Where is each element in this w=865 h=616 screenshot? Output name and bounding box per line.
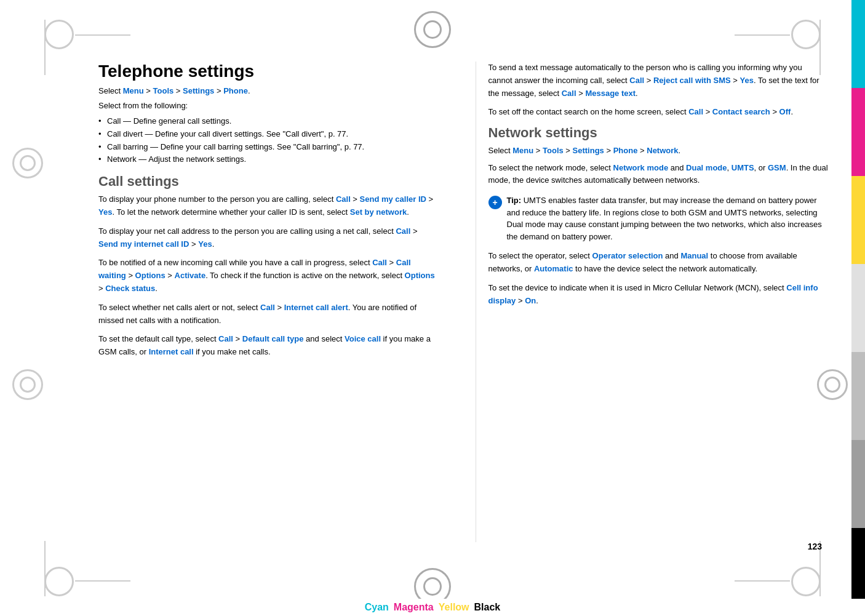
on-link[interactable]: On bbox=[525, 296, 536, 305]
yes-link-2[interactable]: Yes bbox=[198, 239, 212, 249]
tip-box: + Tip: UMTS enables faster data transfer… bbox=[488, 194, 829, 242]
reject-call-with-sms-link[interactable]: Reject call with SMS bbox=[653, 76, 731, 85]
page-title: Telephone settings bbox=[98, 62, 439, 81]
operator-selection-link[interactable]: Operator selection bbox=[592, 251, 663, 260]
settings-link-n[interactable]: Settings bbox=[573, 146, 604, 155]
list-item-call: Call — Define general call settings. bbox=[98, 115, 439, 128]
call-link-4[interactable]: Call bbox=[372, 258, 387, 267]
cyan-label: Cyan bbox=[362, 602, 391, 613]
call-settings-p5: To set the default call type, select Cal… bbox=[98, 333, 439, 359]
dual-mode-link-1[interactable]: Dual mode bbox=[686, 163, 727, 172]
bottom-left-line-v bbox=[44, 541, 46, 596]
list-item-call-divert: Call divert — Define your call divert se… bbox=[98, 128, 439, 141]
right-p2: To set off the contact search on the hom… bbox=[488, 106, 829, 119]
call-settings-p2: To display your net call address to the … bbox=[98, 225, 439, 251]
manual-link[interactable]: Manual bbox=[680, 251, 708, 260]
dual-mode-link-2[interactable]: Dual mode bbox=[507, 220, 546, 229]
black-label: Black bbox=[472, 602, 503, 613]
call-settings-p3: To be notified of a new incoming call wh… bbox=[98, 257, 439, 295]
send-internet-call-id-link[interactable]: Send my internet call ID bbox=[98, 239, 189, 249]
call-link-r2[interactable]: Call bbox=[562, 89, 576, 98]
call-link-2[interactable]: Call bbox=[336, 194, 351, 204]
umts-link-1[interactable]: UMTS bbox=[731, 163, 754, 172]
lgray-tab bbox=[851, 264, 865, 352]
right-color-tabs bbox=[851, 0, 865, 616]
yes-link-r1[interactable]: Yes bbox=[740, 76, 754, 85]
list-item-network: Network — Adjust the network settings. bbox=[98, 153, 439, 166]
internet-call-link[interactable]: Internet call bbox=[149, 347, 194, 356]
tip-icon: + bbox=[488, 196, 502, 209]
automatic-link[interactable]: Automatic bbox=[534, 264, 573, 273]
right-column: To send a text message automatically to … bbox=[476, 62, 829, 542]
network-link-n[interactable]: Network bbox=[647, 146, 678, 155]
page-number: 123 bbox=[808, 542, 822, 551]
call-link-r1[interactable]: Call bbox=[629, 76, 644, 85]
settings-link[interactable]: Settings bbox=[183, 86, 214, 95]
bottom-right-line-h bbox=[735, 580, 790, 582]
menu-link[interactable]: Menu bbox=[123, 86, 144, 95]
options-link-1[interactable]: Options bbox=[135, 271, 165, 280]
message-text-link[interactable]: Message text bbox=[585, 89, 636, 98]
internet-call-alert-link[interactable]: Internet call alert bbox=[284, 303, 348, 312]
network-p1: To select the network mode, select Netwo… bbox=[488, 162, 829, 188]
top-left-corner-circle bbox=[44, 20, 74, 49]
left-column: Telephone settings Select Menu > Tools >… bbox=[98, 62, 451, 542]
main-content: Telephone settings Select Menu > Tools >… bbox=[98, 62, 828, 542]
top-left-line-h bbox=[75, 34, 130, 36]
intro-line2: Select from the following: bbox=[98, 100, 439, 112]
left-circle-top bbox=[12, 148, 43, 178]
phone-link-n[interactable]: Phone bbox=[613, 146, 638, 155]
set-by-network-link[interactable]: Set by network bbox=[350, 207, 407, 217]
call-link-r3[interactable]: Call bbox=[688, 107, 703, 116]
umts-link-2[interactable]: UMTS bbox=[524, 196, 546, 205]
bottom-right-corner-circle bbox=[791, 567, 821, 596]
off-link[interactable]: Off bbox=[779, 107, 791, 116]
top-left-line-v bbox=[44, 20, 46, 75]
yellow-label: Yellow bbox=[436, 602, 472, 613]
dgray-tab bbox=[851, 440, 865, 528]
voice-call-link[interactable]: Voice call bbox=[345, 334, 381, 343]
network-link[interactable]: Network bbox=[107, 154, 137, 164]
activate-link[interactable]: Activate bbox=[175, 271, 206, 280]
call-divert-link[interactable]: Call divert bbox=[107, 129, 143, 138]
yes-link-1[interactable]: Yes bbox=[98, 207, 112, 217]
bottom-left-line-h bbox=[75, 580, 130, 582]
gsm-link-1[interactable]: GSM bbox=[768, 163, 786, 172]
call-settings-title: Call settings bbox=[98, 174, 439, 190]
intro-line1: Select Menu > Tools > Settings > Phone. bbox=[98, 85, 439, 97]
tools-link-n[interactable]: Tools bbox=[543, 146, 564, 155]
menu-link-n[interactable]: Menu bbox=[512, 146, 533, 155]
network-p3: To set the device to indicate when it is… bbox=[488, 282, 829, 308]
call-barring-link[interactable]: Call barring bbox=[107, 142, 148, 151]
top-right-line-h bbox=[735, 34, 790, 36]
phone-link[interactable]: Phone bbox=[223, 86, 248, 95]
top-center-decoration bbox=[414, 11, 451, 48]
bottom-color-bar: Cyan Magenta Yellow Black bbox=[0, 599, 865, 616]
call-settings-p1: To display your phone number to the pers… bbox=[98, 193, 439, 219]
tools-link[interactable]: Tools bbox=[153, 86, 174, 95]
cell-info-display-link[interactable]: Cell info display bbox=[488, 283, 818, 305]
network-intro: Select Menu > Tools > Settings > Phone >… bbox=[488, 145, 829, 157]
right-p1: To send a text message automatically to … bbox=[488, 62, 829, 100]
bottom-left-corner-circle bbox=[44, 567, 74, 596]
magenta-tab bbox=[851, 88, 865, 176]
network-settings-title: Network settings bbox=[488, 125, 829, 141]
call-link[interactable]: Call bbox=[107, 116, 121, 126]
cyan-tab bbox=[851, 0, 865, 88]
bullet-list: Call — Define general call settings. Cal… bbox=[98, 115, 439, 166]
check-status-link[interactable]: Check status bbox=[105, 284, 155, 293]
magenta-label: Magenta bbox=[391, 602, 436, 613]
options-link-2[interactable]: Options bbox=[405, 271, 435, 280]
call-link-3[interactable]: Call bbox=[396, 226, 410, 236]
default-call-type-link[interactable]: Default call type bbox=[242, 334, 304, 343]
send-my-caller-id-link[interactable]: Send my caller ID bbox=[360, 194, 426, 204]
left-circle-bottom bbox=[12, 369, 43, 400]
list-item-call-barring: Call barring — Define your call barring … bbox=[98, 141, 439, 154]
yellow-tab bbox=[851, 176, 865, 264]
contact-search-link[interactable]: Contact search bbox=[712, 107, 770, 116]
top-right-corner-circle bbox=[791, 20, 821, 49]
network-mode-link[interactable]: Network mode bbox=[613, 163, 669, 172]
mgray-tab bbox=[851, 352, 865, 440]
call-link-6[interactable]: Call bbox=[218, 334, 233, 343]
call-link-5[interactable]: Call bbox=[260, 303, 275, 312]
